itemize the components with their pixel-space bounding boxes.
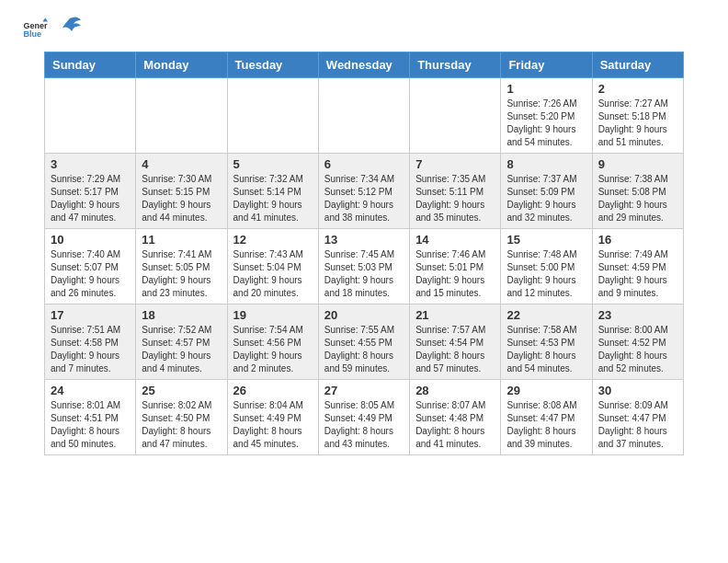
week-row-5: 24Sunrise: 8:01 AMSunset: 4:51 PMDayligh… (45, 380, 684, 455)
svg-marker-2 (42, 17, 48, 21)
day-cell: 19Sunrise: 7:54 AMSunset: 4:56 PMDayligh… (227, 304, 318, 380)
day-info: Sunrise: 7:27 AMSunset: 5:18 PMDaylight:… (598, 98, 677, 149)
svg-text:General: General (23, 21, 48, 30)
week-row-2: 3Sunrise: 7:29 AMSunset: 5:17 PMDaylight… (45, 154, 684, 229)
day-number: 23 (598, 308, 677, 322)
day-info: Sunrise: 8:01 AMSunset: 4:51 PMDaylight:… (51, 399, 130, 451)
header: General Blue (0, 0, 728, 52)
day-info: Sunrise: 7:57 AMSunset: 4:54 PMDaylight:… (415, 324, 495, 375)
day-info: Sunrise: 7:46 AMSunset: 5:01 PMDaylight:… (415, 248, 495, 300)
col-wednesday: Wednesday (318, 52, 409, 78)
day-info: Sunrise: 7:30 AMSunset: 5:15 PMDaylight:… (142, 173, 221, 224)
day-cell: 28Sunrise: 8:07 AMSunset: 4:48 PMDayligh… (410, 380, 501, 455)
day-cell: 17Sunrise: 7:51 AMSunset: 4:58 PMDayligh… (45, 304, 136, 380)
day-cell: 7Sunrise: 7:35 AMSunset: 5:11 PMDaylight… (410, 154, 501, 229)
day-cell: 12Sunrise: 7:43 AMSunset: 5:04 PMDayligh… (227, 229, 318, 304)
day-number: 16 (598, 233, 677, 247)
day-info: Sunrise: 7:32 AMSunset: 5:14 PMDaylight:… (233, 173, 313, 224)
col-thursday: Thursday (410, 52, 501, 78)
day-cell: 21Sunrise: 7:57 AMSunset: 4:54 PMDayligh… (410, 304, 501, 380)
svg-text:Blue: Blue (23, 29, 41, 39)
day-number: 14 (415, 233, 495, 247)
day-number: 20 (324, 308, 404, 322)
day-info: Sunrise: 7:29 AMSunset: 5:17 PMDaylight:… (51, 173, 130, 224)
day-cell (227, 78, 318, 154)
day-number: 26 (233, 384, 313, 397)
day-info: Sunrise: 8:05 AMSunset: 4:49 PMDaylight:… (324, 399, 404, 451)
day-cell: 5Sunrise: 7:32 AMSunset: 5:14 PMDaylight… (227, 154, 318, 229)
day-info: Sunrise: 7:54 AMSunset: 4:56 PMDaylight:… (233, 324, 313, 375)
day-number: 11 (142, 233, 221, 247)
day-number: 27 (324, 384, 404, 397)
calendar-table: Sunday Monday Tuesday Wednesday Thursday… (44, 52, 684, 455)
day-info: Sunrise: 7:52 AMSunset: 4:57 PMDaylight:… (142, 324, 221, 375)
day-number: 22 (506, 308, 586, 322)
day-info: Sunrise: 8:08 AMSunset: 4:47 PMDaylight:… (506, 399, 586, 451)
day-number: 8 (506, 157, 586, 171)
day-info: Sunrise: 7:26 AMSunset: 5:20 PMDaylight:… (506, 98, 586, 149)
day-cell: 25Sunrise: 8:02 AMSunset: 4:50 PMDayligh… (136, 380, 227, 455)
day-info: Sunrise: 8:07 AMSunset: 4:48 PMDaylight:… (415, 399, 495, 451)
day-info: Sunrise: 7:48 AMSunset: 5:00 PMDaylight:… (506, 248, 586, 300)
logo-icon: General Blue (22, 17, 48, 42)
day-cell: 2Sunrise: 7:27 AMSunset: 5:18 PMDaylight… (592, 78, 683, 154)
day-cell: 15Sunrise: 7:48 AMSunset: 5:00 PMDayligh… (501, 229, 592, 304)
logo: General Blue (22, 17, 83, 42)
day-cell: 3Sunrise: 7:29 AMSunset: 5:17 PMDaylight… (45, 154, 136, 229)
day-cell (318, 78, 409, 154)
day-cell: 1Sunrise: 7:26 AMSunset: 5:20 PMDaylight… (501, 78, 592, 154)
day-cell: 6Sunrise: 7:34 AMSunset: 5:12 PMDaylight… (318, 154, 409, 229)
day-cell: 9Sunrise: 7:38 AMSunset: 5:08 PMDaylight… (592, 154, 683, 229)
day-number: 9 (598, 157, 677, 171)
page-container: General Blue Sunday Monday Tuesday (0, 0, 728, 477)
day-info: Sunrise: 7:51 AMSunset: 4:58 PMDaylight:… (51, 324, 130, 375)
day-info: Sunrise: 7:55 AMSunset: 4:55 PMDaylight:… (324, 324, 404, 375)
day-number: 21 (415, 308, 495, 322)
day-info: Sunrise: 7:45 AMSunset: 5:03 PMDaylight:… (324, 248, 404, 300)
day-info: Sunrise: 7:43 AMSunset: 5:04 PMDaylight:… (233, 248, 313, 300)
day-info: Sunrise: 7:40 AMSunset: 5:07 PMDaylight:… (51, 248, 130, 300)
day-cell: 18Sunrise: 7:52 AMSunset: 4:57 PMDayligh… (136, 304, 227, 380)
logo-bird-icon (57, 13, 83, 39)
day-info: Sunrise: 7:34 AMSunset: 5:12 PMDaylight:… (324, 173, 404, 224)
week-row-1: 1Sunrise: 7:26 AMSunset: 5:20 PMDaylight… (45, 78, 684, 154)
day-number: 3 (51, 157, 130, 171)
week-row-3: 10Sunrise: 7:40 AMSunset: 5:07 PMDayligh… (45, 229, 684, 304)
day-cell: 13Sunrise: 7:45 AMSunset: 5:03 PMDayligh… (318, 229, 409, 304)
day-cell: 10Sunrise: 7:40 AMSunset: 5:07 PMDayligh… (45, 229, 136, 304)
calendar-body: 1Sunrise: 7:26 AMSunset: 5:20 PMDaylight… (45, 78, 684, 455)
day-number: 30 (598, 384, 677, 397)
day-cell: 29Sunrise: 8:08 AMSunset: 4:47 PMDayligh… (501, 380, 592, 455)
day-cell: 27Sunrise: 8:05 AMSunset: 4:49 PMDayligh… (318, 380, 409, 455)
day-info: Sunrise: 7:49 AMSunset: 4:59 PMDaylight:… (598, 248, 677, 300)
day-cell (136, 78, 227, 154)
day-info: Sunrise: 8:00 AMSunset: 4:52 PMDaylight:… (598, 324, 677, 375)
day-number: 10 (51, 233, 130, 247)
day-cell: 20Sunrise: 7:55 AMSunset: 4:55 PMDayligh… (318, 304, 409, 380)
day-number: 17 (51, 308, 130, 322)
day-cell: 26Sunrise: 8:04 AMSunset: 4:49 PMDayligh… (227, 380, 318, 455)
day-number: 24 (51, 384, 130, 397)
day-info: Sunrise: 8:02 AMSunset: 4:50 PMDaylight:… (142, 399, 221, 451)
day-number: 15 (506, 233, 586, 247)
day-info: Sunrise: 7:38 AMSunset: 5:08 PMDaylight:… (598, 173, 677, 224)
day-number: 4 (142, 157, 221, 171)
calendar-header: Sunday Monday Tuesday Wednesday Thursday… (45, 52, 684, 78)
col-tuesday: Tuesday (227, 52, 318, 78)
day-number: 18 (142, 308, 221, 322)
col-saturday: Saturday (592, 52, 683, 78)
day-number: 6 (324, 157, 404, 171)
calendar-wrapper: Sunday Monday Tuesday Wednesday Thursday… (0, 52, 728, 477)
day-cell: 8Sunrise: 7:37 AMSunset: 5:09 PMDaylight… (501, 154, 592, 229)
col-monday: Monday (136, 52, 227, 78)
day-cell: 22Sunrise: 7:58 AMSunset: 4:53 PMDayligh… (501, 304, 592, 380)
day-cell: 23Sunrise: 8:00 AMSunset: 4:52 PMDayligh… (592, 304, 683, 380)
day-cell: 4Sunrise: 7:30 AMSunset: 5:15 PMDaylight… (136, 154, 227, 229)
day-cell (45, 78, 136, 154)
day-info: Sunrise: 7:41 AMSunset: 5:05 PMDaylight:… (142, 248, 221, 300)
day-info: Sunrise: 8:04 AMSunset: 4:49 PMDaylight:… (233, 399, 313, 451)
day-cell: 16Sunrise: 7:49 AMSunset: 4:59 PMDayligh… (592, 229, 683, 304)
week-row-4: 17Sunrise: 7:51 AMSunset: 4:58 PMDayligh… (45, 304, 684, 380)
day-cell (410, 78, 501, 154)
day-info: Sunrise: 8:09 AMSunset: 4:47 PMDaylight:… (598, 399, 677, 451)
